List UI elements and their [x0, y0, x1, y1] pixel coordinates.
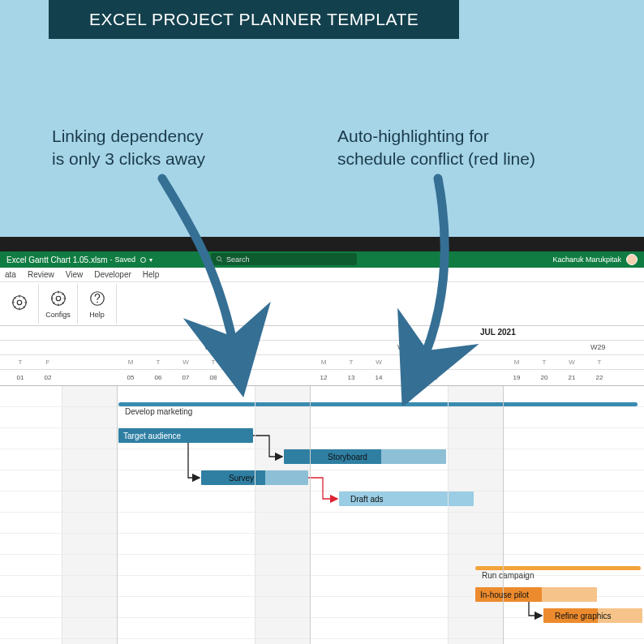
- search-placeholder: Search: [226, 255, 250, 264]
- date-cell: 06: [144, 374, 172, 381]
- date-cell: 14: [365, 374, 393, 381]
- search-input[interactable]: Search: [211, 253, 357, 265]
- dow-cell: T: [200, 358, 227, 366]
- dow-cell: M: [310, 358, 337, 366]
- dow-cell: T: [337, 358, 365, 366]
- dow-cell: T: [586, 358, 613, 366]
- dow-cell: W: [558, 358, 586, 366]
- username: Kacharuk Marukpitak: [552, 255, 621, 264]
- date-cell: 02: [34, 374, 62, 381]
- gridline: [310, 386, 311, 644]
- date-cell: 16: [420, 374, 448, 381]
- titlebar: [0, 237, 644, 251]
- file-name: Excel Gantt Chart 1.05.xlsm: [6, 255, 108, 264]
- callout-conflict-text: Auto-highlighting for schedule conflict …: [337, 127, 535, 168]
- excel-window: Excel Gantt Chart 1.05.xlsm - Saved ▾ Se…: [0, 237, 644, 644]
- date-row: 01020506070809121314151619202122: [0, 370, 644, 386]
- tab-view[interactable]: View: [66, 270, 84, 279]
- callout-dependency: Linking dependency is only 3 clicks away: [52, 125, 205, 171]
- dow-row: TFMTWTFMTWTFMTWT: [0, 355, 644, 370]
- date-cell: 20: [530, 374, 558, 381]
- callout-conflict: Auto-highlighting for schedule conflict …: [337, 125, 535, 171]
- avatar: [626, 254, 638, 265]
- date-cell: 22: [586, 374, 613, 381]
- promo-banner: EXCEL PROJECT PLANNER TEMPLATE Linking d…: [0, 0, 644, 237]
- week-29: W29: [590, 343, 606, 351]
- dow-cell: W: [172, 358, 200, 366]
- date-cell: 15: [393, 374, 420, 381]
- week-row: W2 W28 W29: [0, 341, 644, 355]
- dow-cell: T: [144, 358, 172, 366]
- search-icon: [216, 255, 223, 263]
- dow-cell: T: [530, 358, 558, 366]
- gridline: [503, 386, 504, 644]
- svg-line-1: [221, 260, 222, 262]
- tab-help[interactable]: Help: [143, 270, 160, 279]
- callout-dependency-text: Linking dependency is only 3 clicks away: [52, 127, 205, 168]
- gantt-grid: JUL 2021 W2 W28 W29 TFMTWTFMTWTFMTWT 010…: [0, 326, 644, 644]
- ribbon-group-label-configs: Configs: [45, 311, 71, 319]
- date-cell: 08: [200, 374, 227, 381]
- dropdown-caret-icon[interactable]: ▾: [149, 256, 152, 264]
- week-28: W28: [397, 343, 413, 351]
- ribbon-group-configs[interactable]: Configs: [39, 284, 78, 324]
- dow-cell: F: [227, 358, 255, 366]
- date-cell: 05: [117, 374, 144, 381]
- dow-cell: F: [34, 358, 62, 366]
- month-row: JUL 2021: [0, 326, 644, 341]
- dependency-lines: [0, 386, 644, 644]
- ribbon-header: Excel Gantt Chart 1.05.xlsm - Saved ▾ Se…: [0, 251, 644, 268]
- dow-cell: M: [503, 358, 530, 366]
- svg-point-7: [97, 301, 98, 303]
- dow-cell: T: [6, 358, 34, 366]
- gridline: [448, 386, 449, 644]
- week-27: W2: [204, 343, 216, 351]
- dow-cell: T: [393, 358, 420, 366]
- saved-dash: -: [110, 255, 113, 264]
- chart-area[interactable]: Develop marketing Target audience Storyb…: [0, 386, 644, 644]
- dow-cell: M: [117, 358, 144, 366]
- date-cell: 09: [227, 374, 255, 381]
- ribbon-tabs: ata Review View Developer Help: [0, 268, 644, 282]
- date-cell: 01: [6, 374, 34, 381]
- date-cell: 12: [310, 374, 337, 381]
- tab-data[interactable]: ata: [5, 270, 16, 279]
- gridline: [62, 386, 62, 644]
- dow-cell: W: [365, 358, 393, 366]
- saved-label: Saved: [115, 255, 136, 264]
- gear-icon: [49, 290, 67, 309]
- svg-point-3: [17, 300, 22, 305]
- tab-developer[interactable]: Developer: [94, 270, 131, 279]
- dow-cell: F: [420, 358, 448, 366]
- question-icon: [88, 290, 106, 309]
- gridline: [117, 386, 118, 644]
- gridline: [255, 386, 255, 644]
- gear-icon: [11, 294, 28, 313]
- save-indicator-icon: [140, 257, 146, 263]
- date-cell: 19: [503, 374, 530, 381]
- ribbon-content: Configs Help: [0, 282, 644, 326]
- date-cell: 13: [337, 374, 365, 381]
- ribbon-group-0[interactable]: [0, 284, 39, 324]
- ribbon-group-help[interactable]: Help: [78, 284, 117, 324]
- promo-title: EXCEL PROJECT PLANNER TEMPLATE: [49, 0, 459, 39]
- svg-point-0: [217, 256, 221, 260]
- ribbon-group-label-help: Help: [89, 311, 105, 319]
- date-cell: 21: [558, 374, 586, 381]
- tab-review[interactable]: Review: [28, 270, 54, 279]
- svg-point-5: [56, 296, 61, 301]
- month-label: JUL 2021: [480, 328, 516, 337]
- date-cell: 07: [172, 374, 200, 381]
- user-area[interactable]: Kacharuk Marukpitak: [552, 251, 638, 268]
